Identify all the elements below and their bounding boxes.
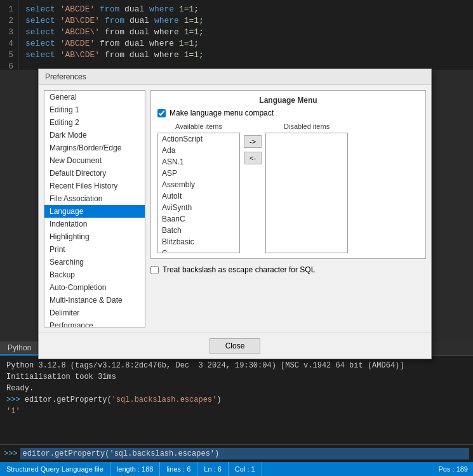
line-number: 3 [5, 27, 13, 38]
status-bar: Structured Query Language file length : … [0, 462, 473, 476]
list-item[interactable]: BaanC [158, 213, 239, 225]
line-number: 5 [5, 50, 13, 61]
pref-item-print[interactable]: Print [44, 243, 145, 256]
status-col: Col : 1 [229, 462, 262, 476]
language-lists-row: Available items ActionScript Ada ASN.1 A… [157, 122, 419, 253]
preferences-list[interactable]: General Editing 1 Editing 2 Dark Mode Ma… [44, 90, 145, 327]
pref-item-defaultdir[interactable]: Default Directory [44, 167, 145, 180]
dialog-title: Preferences [39, 69, 431, 85]
language-menu-title: Language Menu [157, 96, 419, 105]
move-left-button[interactable]: <- [244, 152, 262, 164]
available-items-col: Available items ActionScript Ada ASN.1 A… [157, 122, 240, 253]
dialog-footer: Close [39, 333, 431, 359]
backslash-label: Treat backslash as escape character for … [163, 265, 315, 274]
python-cmd-line: >>> editor.getProperty('sql.backslash.es… [6, 394, 467, 406]
code-editor[interactable]: 1 2 3 4 5 6 select 'ABCDE' from dual whe… [0, 0, 473, 70]
pref-item-darkmode[interactable]: Dark Mode [44, 129, 145, 142]
disabled-items-label: Disabled items [265, 122, 348, 130]
list-item[interactable]: AutoIt [158, 190, 239, 202]
python-panel: Python Python 3.12.8 (tags/v3.12.8:2dc47… [0, 341, 473, 462]
python-init-line: Initialisation took 31ms [6, 371, 467, 383]
python-input-field[interactable] [20, 448, 469, 459]
list-item[interactable]: C [158, 248, 239, 253]
pref-item-performance[interactable]: Performance [44, 319, 145, 327]
pref-item-editing2[interactable]: Editing 2 [44, 116, 145, 129]
compact-menu-label: Make language menu compact [170, 109, 274, 117]
code-line-3: select 'ABCDE\' from dual where 1=1; [25, 27, 467, 38]
list-item[interactable]: Assembly [158, 179, 239, 190]
dialog-body: General Editing 1 Editing 2 Dark Mode Ma… [39, 85, 431, 333]
pref-item-searching[interactable]: Searching [44, 256, 145, 268]
disabled-items-list[interactable] [265, 133, 348, 253]
language-menu-section: Language Menu Make language menu compact… [150, 90, 426, 259]
close-button[interactable]: Close [210, 338, 261, 354]
line-number: 4 [5, 38, 13, 50]
list-item[interactable]: ActionScript [158, 133, 239, 145]
line-number: 6 [5, 61, 13, 72]
pref-item-recentfiles[interactable]: Recent Files History [44, 180, 145, 192]
code-line-5: select 'AB\CDE' from dual where 1=1; [25, 50, 467, 61]
python-tab[interactable]: Python [0, 341, 39, 355]
status-ln: Ln : 6 [197, 462, 229, 476]
pref-item-newdoc[interactable]: New Document [44, 154, 145, 167]
pref-item-multiinstance[interactable]: Multi-Instance & Date [44, 294, 145, 307]
pref-item-highlighting[interactable]: Highlighting [44, 230, 145, 243]
python-result-line: '1' [6, 406, 467, 417]
python-input-prompt: >>> [4, 449, 18, 458]
status-length: length : 188 [110, 462, 161, 476]
code-line-1: select 'ABCDE' from dual where 1=1; [25, 4, 467, 15]
preferences-dialog: Preferences General Editing 1 Editing 2 … [38, 69, 432, 359]
python-ready-line: Ready. [6, 383, 467, 394]
move-right-button[interactable]: -> [244, 135, 262, 148]
status-lines: lines : 6 [160, 462, 197, 476]
pref-item-autocomplete[interactable]: Auto-Completion [44, 281, 145, 294]
available-items-label: Available items [157, 122, 240, 130]
status-filetype: Structured Query Language file [0, 462, 110, 476]
pref-item-delimiter[interactable]: Delimiter [44, 307, 145, 319]
line-numbers: 1 2 3 4 5 6 [0, 0, 19, 70]
backslash-checkbox[interactable] [150, 266, 159, 274]
compact-menu-checkbox[interactable] [157, 109, 166, 117]
backslash-row: Treat backslash as escape character for … [150, 265, 426, 274]
pref-item-general[interactable]: General [44, 91, 145, 103]
compact-menu-row: Make language menu compact [157, 109, 419, 117]
pref-item-backup[interactable]: Backup [44, 268, 145, 281]
python-input-row[interactable]: >>> [0, 444, 473, 462]
list-item[interactable]: Ada [158, 145, 239, 156]
list-item[interactable]: AviSynth [158, 202, 239, 213]
pref-item-language[interactable]: Language [44, 205, 145, 218]
available-items-list[interactable]: ActionScript Ada ASN.1 ASP Assembly Auto… [157, 133, 240, 253]
code-line-2: select 'AB\CDE' from dual where 1=1; [25, 15, 467, 27]
list-item[interactable]: ASN.1 [158, 156, 239, 168]
pref-item-margins[interactable]: Margins/Border/Edge [44, 142, 145, 154]
status-pos: Pos : 189 [432, 462, 473, 476]
disabled-items-col: Disabled items [265, 122, 348, 253]
list-item[interactable]: Blitzbasic [158, 236, 239, 248]
arrow-buttons-col: -> <- [244, 122, 262, 164]
preferences-right-panel: Language Menu Make language menu compact… [150, 90, 426, 327]
pref-item-editing1[interactable]: Editing 1 [44, 103, 145, 116]
list-item[interactable]: Batch [158, 225, 239, 236]
code-text[interactable]: select 'ABCDE' from dual where 1=1; sele… [19, 0, 473, 70]
pref-item-indentation[interactable]: Indentation [44, 218, 145, 230]
python-output: Python 3.12.8 (tags/v3.12.8:2dc476b, Dec… [0, 356, 473, 444]
code-line-4: select 'ABCDE' from dual where 1=1; [25, 38, 467, 50]
list-item[interactable]: ASP [158, 168, 239, 179]
line-number: 2 [5, 15, 13, 27]
python-version-line: Python 3.12.8 (tags/v3.12.8:2dc476b, Dec… [6, 360, 467, 371]
line-number: 1 [5, 4, 13, 15]
pref-item-fileassoc[interactable]: File Association [44, 192, 145, 205]
